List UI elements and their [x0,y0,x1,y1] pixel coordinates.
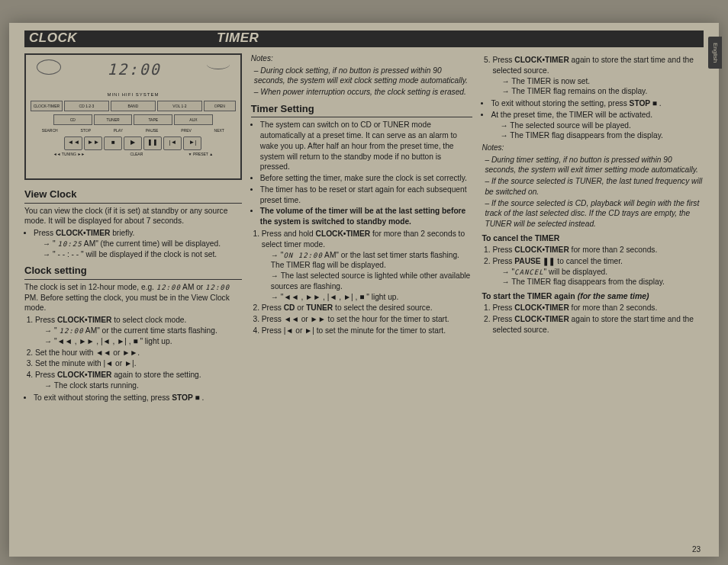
result: "◄◄ , ►► , |◄ , ►| , ■ " light up. [271,292,473,303]
txt: Press [492,56,514,64]
txt: (for the same time) [578,291,649,300]
txt: Press [492,246,514,254]
diagram-wave-icon [207,59,230,69]
note: – During clock setting, if no button is … [254,66,473,87]
clock-setting-intro: The clock is set in 12-hour mode, e.g. 1… [24,282,242,313]
note: – If the source selected is CD, playback… [485,198,704,230]
result: The last selected source is lighted whil… [271,271,473,292]
result: The TIMER flag disappears from the displ… [500,130,704,141]
pause-icon: ❚❚ [143,136,162,150]
diag-lbl: ◄◄ TUNING ►► [53,152,85,157]
txt: CLOCK•TIMER [57,316,111,324]
step: Set the minute with |◄ or ►|. [35,358,242,369]
step: Press CLOCK•TIMER to select clock mode. … [35,315,242,346]
forward-icon: ►► [84,136,102,150]
txt: AM or [181,283,205,291]
txt: CLOCK•TIMER [57,371,111,379]
ts-item: The timer has to be reset or start again… [260,185,473,206]
header-timer: TIMER [212,30,259,47]
cancel-timer-heading: To cancel the TIMER [482,233,704,243]
txt: CLOCK•TIMER [514,246,569,254]
language-tab: English [708,37,722,69]
txt: Press [492,315,514,323]
step: Press CD or TUNER to select the desired … [262,303,473,313]
txt: The volume of the timer will be at the l… [260,207,465,226]
txt: The clock is set in 12-hour mode, e.g. [24,283,156,291]
device-diagram: 12:00 MINI HIFI SYSTEM CLOCK-TIMER CD 1·… [24,53,242,180]
at-preset: At the preset time, the TIMER will be ac… [491,110,704,141]
diag-lbl: PREV [181,128,192,133]
diag-lbl: SEARCH [42,128,58,133]
result: The TIMER flag disappears from the displ… [501,277,704,287]
result: The TIMER is now set. [501,76,704,87]
step: Press CLOCK•TIMER again to store the sta… [492,55,704,97]
diagram-bottom-labels: ◄◄ TUNING ►► CLEAR ▼ PRESET ▲ [31,152,236,157]
diagram-display: 12:00 [107,59,160,80]
txt: " will be displayed. [544,268,607,276]
diagram-btn: BAND [111,101,156,111]
txt: Press [492,257,514,265]
txt: To exit without storing the setting, pre… [491,99,629,108]
result: "◄◄ , ►► , |◄ , ►| , ■ " light up. [44,336,242,347]
exit-note: To exit without storing the setting, pre… [34,393,242,403]
txt: STOP ■ [630,99,657,108]
result: The selected source will be played. [500,120,704,131]
txt: for more than 2 seconds. [569,303,658,312]
step: Press CLOCK•TIMER for more than 2 second… [492,245,704,255]
prev-icon: |◄ [163,136,182,150]
diagram-btn: CD [53,114,92,125]
note: – When power interruption occurs, the cl… [254,87,473,98]
page-header: CLOCK TIMER [24,30,704,47]
step: Press CLOCK•TIMER again to store the sta… [492,314,704,335]
result: " 12:00 AM" or the current time starts f… [44,326,242,336]
diagram-model-label: MINI HIFI SYSTEM [31,91,236,98]
txt: . [657,99,662,108]
view-clock-step: Press CLOCK•TIMER briefly. " 10:25 AM" (… [34,228,242,259]
txt: to cancel the timer. [555,257,622,265]
header-clock: CLOCK [24,30,212,47]
ts-item: The system can switch on to CD or TUNER … [260,120,473,172]
txt: CLOCK•TIMER [316,230,370,238]
diagram-transport-labels: SEARCH STOP PLAY PAUSE PREV NEXT [31,128,236,133]
diagram-btn: AUX [174,114,213,125]
result: " 10:25 AM" (the current time) will be d… [43,239,242,249]
diagram-logo-icon [37,59,61,75]
notes-heading: Notes: [482,143,704,153]
txt: Press [34,229,56,237]
txt: Press and hold [262,230,316,238]
step: Set the hour with ◄◄ or ►►. [35,348,242,358]
view-clock-heading: View Clock [24,188,242,204]
txt: At the preset time, the TIMER will be ac… [491,111,652,119]
diag-lbl: PAUSE [146,128,159,133]
diag-lbl: CLEAR [130,152,143,157]
page-number: 23 [692,545,701,554]
txt: PAUSE ❚❚ [514,257,555,265]
ts-item: Before setting the timer, make sure the … [260,173,473,184]
txt: 12:00 [156,284,181,291]
txt: AM" or the current time starts flashing. [84,326,217,335]
txt: for more than 2 seconds. [569,246,658,254]
diagram-btn: CD 1·2·3 [64,101,109,111]
txt: 12:00 [205,284,230,291]
result: The TIMER flag remains on the display. [501,86,704,97]
txt: again to store the setting. [111,371,201,379]
ts-item: The volume of the timer will be at the l… [260,206,473,227]
txt: briefly. [110,229,134,237]
view-clock-intro: You can view the clock (if it is set) at… [24,206,242,227]
txt: CLOCK•TIMER [514,56,569,64]
txt: TUNER [306,303,333,312]
txt: to select the desired source. [333,303,432,312]
txt: If the source selected is CD, playback w… [485,199,699,229]
txt: to select clock mode. [111,316,186,324]
result: " - - : - - " will be displayed if the c… [43,249,242,260]
txt: . [200,393,205,402]
diagram-btn: TAPE [134,114,172,125]
diagram-row-2: CD TUNER TAPE AUX [31,114,236,125]
txt: When power interruption occurs, the cloc… [260,88,466,96]
txt: CANCEL [514,268,544,276]
diagram-btn: CLOCK-TIMER [31,101,63,111]
txt: To exit without storing the setting, pre… [34,393,172,402]
txt: CD [284,303,295,312]
txt: Press [492,303,514,312]
txt: 12:00 [59,327,83,335]
